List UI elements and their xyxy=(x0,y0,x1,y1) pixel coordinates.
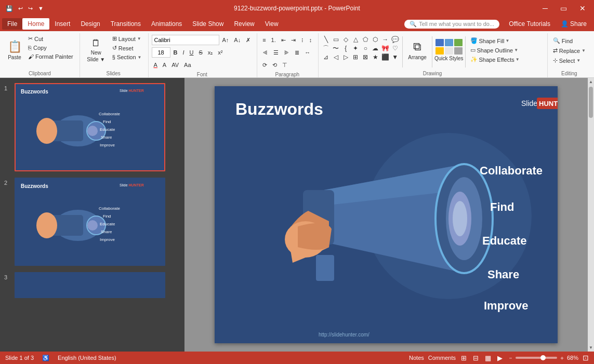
shape-extra1-icon[interactable]: ⊿ xyxy=(322,53,330,61)
char-spacing-button[interactable]: AV xyxy=(169,61,181,69)
minimize-button[interactable]: ─ xyxy=(538,3,552,14)
columns-button[interactable]: ⫶ xyxy=(299,36,306,44)
slide-thumbnail-2[interactable]: 2 Buzzwords Slide HUNTER Collaborate Fin… xyxy=(2,177,182,267)
fit-slide-button[interactable]: ⊡ xyxy=(583,354,589,362)
shape-extra7-icon[interactable]: ⬛ xyxy=(381,53,389,61)
shape-triangle-icon[interactable]: △ xyxy=(351,35,360,44)
shape-extra4-icon[interactable]: ⊞ xyxy=(351,53,360,61)
copy-button[interactable]: ⎘ Copy xyxy=(26,44,75,52)
menu-item-view[interactable]: View xyxy=(260,18,284,30)
quick-style-1[interactable] xyxy=(435,39,444,46)
save-icon[interactable]: 💾 xyxy=(4,4,15,13)
menu-item-file[interactable]: File xyxy=(2,18,22,30)
redo-icon[interactable]: ↪ xyxy=(27,4,34,13)
replace-button[interactable]: ⇄ Replace ▼ xyxy=(551,46,588,55)
view-reading-button[interactable]: ▦ xyxy=(484,353,492,363)
restore-button[interactable]: ▭ xyxy=(556,3,571,14)
scroll-thumb[interactable] xyxy=(589,87,593,118)
italic-button[interactable]: I xyxy=(180,49,186,56)
share-button[interactable]: 👤 Share xyxy=(556,18,592,30)
view-slideshow-button[interactable]: ▶ xyxy=(496,353,504,363)
smartart-convert-button[interactable]: ⟳ xyxy=(260,61,269,69)
bold-button[interactable]: B xyxy=(171,49,180,56)
shape-hexagon-icon[interactable]: ⬡ xyxy=(371,35,379,44)
justify-button[interactable]: ≣ xyxy=(293,49,301,57)
shape-callout-icon[interactable]: 💬 xyxy=(391,35,399,44)
zoom-out-button[interactable]: － xyxy=(508,354,513,362)
shape-arc-icon[interactable]: ⌒ xyxy=(322,44,330,52)
shape-fill-button[interactable]: 🪣 Shape Fill ▼ xyxy=(468,36,522,45)
new-slide-button[interactable]: 🗒 New Slide ▼ xyxy=(83,34,109,65)
quick-styles-label[interactable]: Quick Styles xyxy=(434,56,464,61)
menu-item-transitions[interactable]: Transitions xyxy=(105,18,146,30)
slide-thumb-image-3[interactable] xyxy=(15,272,165,298)
font-size-increase-button[interactable]: A↑ xyxy=(220,36,231,44)
shape-effects-button[interactable]: ✨ Shape Effects ▼ xyxy=(468,55,522,64)
search-box[interactable]: 🔍 Tell me what you want to do... xyxy=(404,20,499,29)
shape-line-icon[interactable]: ╲ xyxy=(322,35,330,44)
shape-heart-icon[interactable]: ♡ xyxy=(391,44,399,52)
bullets-button[interactable]: ≡ xyxy=(260,36,268,44)
shape-cloud-icon[interactable]: ☁ xyxy=(371,44,379,52)
menu-item-animations[interactable]: Animations xyxy=(146,18,187,30)
rtl-button[interactable]: ↔ xyxy=(302,49,312,56)
quick-style-4[interactable] xyxy=(435,47,444,55)
section-button[interactable]: § Section ▼ xyxy=(110,53,144,61)
shape-extra2-icon[interactable]: ◁ xyxy=(332,53,340,61)
shape-extra3-icon[interactable]: ▷ xyxy=(341,53,350,61)
numbering-button[interactable]: 1. xyxy=(269,36,278,44)
slide-thumbnail-3[interactable]: 3 xyxy=(2,271,182,299)
zoom-in-button[interactable]: ＋ xyxy=(559,354,565,362)
font-size-decrease-button[interactable]: A↓ xyxy=(232,36,243,44)
font-size-input[interactable] xyxy=(152,47,170,58)
indent-less-button[interactable]: ⇤ xyxy=(279,36,288,44)
slide-thumb-image-1[interactable]: Buzzwords Slide HUNTER Collaborate Find … xyxy=(15,83,165,171)
subscript-button[interactable]: x₂ xyxy=(206,49,215,57)
align-right-button[interactable]: ⫸ xyxy=(282,49,292,56)
menu-item-insert[interactable]: Insert xyxy=(49,18,75,30)
scroll-down-button[interactable]: ▼ xyxy=(587,344,594,352)
align-left-button[interactable]: ⫷ xyxy=(260,49,270,56)
undo-icon[interactable]: ↩ xyxy=(17,4,24,13)
align-center-button[interactable]: ☰ xyxy=(271,49,281,57)
scroll-up-button[interactable]: ▲ xyxy=(587,78,594,86)
shape-circle-icon[interactable]: ○ xyxy=(361,44,369,52)
quick-style-2[interactable] xyxy=(445,39,453,46)
quick-style-6[interactable] xyxy=(454,47,463,55)
align-text-button[interactable]: ⊤ xyxy=(280,61,289,69)
menu-item-slideshow[interactable]: Slide Show xyxy=(187,18,229,30)
layout-button[interactable]: ⊞ Layout ▼ xyxy=(110,34,144,43)
menu-item-design[interactable]: Design xyxy=(75,18,105,30)
notes-button[interactable]: Notes xyxy=(409,355,424,361)
font-color-button[interactable]: A xyxy=(152,61,160,69)
shape-wave-icon[interactable]: 〜 xyxy=(332,44,340,52)
close-button[interactable]: ✕ xyxy=(575,3,590,14)
shape-diamond-icon[interactable]: ◇ xyxy=(341,35,350,44)
font-name-input[interactable] xyxy=(152,35,219,45)
shape-outline-button[interactable]: ▭ Shape Outline ▼ xyxy=(468,46,522,55)
line-spacing-button[interactable]: ↕ xyxy=(307,36,314,44)
zoom-slider[interactable] xyxy=(516,357,557,359)
shape-arrow-icon[interactable]: → xyxy=(381,35,389,44)
office-tutorials-button[interactable]: Office Tutorials xyxy=(504,18,556,30)
strikethrough-button[interactable]: S xyxy=(196,49,204,56)
slide-thumb-image-2[interactable]: Buzzwords Slide HUNTER Collaborate Find … xyxy=(15,178,165,266)
menu-item-home[interactable]: Home xyxy=(22,18,49,30)
arrange-button[interactable]: ⧉ Arrange xyxy=(405,34,430,65)
superscript-button[interactable]: x² xyxy=(216,49,225,56)
shape-star-icon[interactable]: ✦ xyxy=(351,44,360,52)
quick-style-3[interactable] xyxy=(454,39,463,46)
select-button[interactable]: ⊹ Select ▼ xyxy=(551,56,588,65)
shape-extra8-icon[interactable]: ▼ xyxy=(391,53,399,61)
paste-button[interactable]: 📋 Paste xyxy=(4,34,25,65)
view-slide-sorter-button[interactable]: ⊟ xyxy=(472,353,480,363)
underline-button[interactable]: U xyxy=(188,49,196,56)
text-direction-button[interactable]: ⟲ xyxy=(270,61,279,69)
shape-brace-icon[interactable]: { xyxy=(341,44,350,52)
cut-button[interactable]: ✂ Cut xyxy=(26,34,75,43)
quick-style-5[interactable] xyxy=(445,47,453,55)
vertical-scrollbar[interactable]: ▲ ▼ xyxy=(588,78,594,352)
clear-formatting-button[interactable]: ✗ xyxy=(244,36,253,44)
indent-more-button[interactable]: ⇥ xyxy=(289,36,298,44)
reset-button[interactable]: ↺ Reset xyxy=(110,44,144,52)
